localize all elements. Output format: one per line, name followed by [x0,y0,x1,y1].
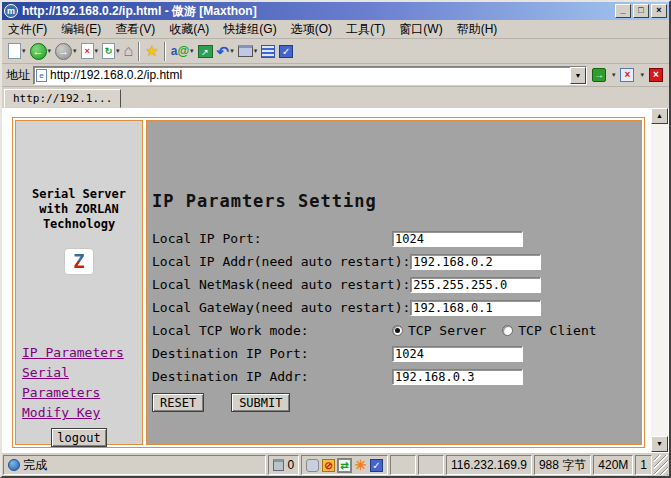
chevron-down-icon[interactable]: ▾ [48,47,52,55]
address-input[interactable]: e http://192.168.0.2/ip.html ▼ [33,66,587,85]
browser-window: m http://192.168.0.2/ip.html - 傲游 [Maxth… [0,0,671,478]
form-buttons: RESET SUBMIT [152,393,641,412]
capture-button[interactable]: ↗ [196,40,215,62]
field-label: Local IP Addr(need auto restart): [152,254,410,269]
scroll-down-icon[interactable]: ▼ [651,436,668,452]
trash-panel[interactable]: 0 [268,455,299,475]
destination-ip-addr-field[interactable] [392,369,523,385]
form-row-local-netmask: Local NetMask(need auto restart): [152,273,641,296]
tab-current-page[interactable]: http://192.1... [4,89,121,108]
zorlan-logo: Z [64,248,94,275]
undo-button[interactable]: ↶▾ [215,40,236,62]
status-bar: 完成 0 ⊘ ⇄ ✳ ✓ 116.232.169.9 988 字节 420M 1 [2,452,669,476]
tcp-server-radio[interactable] [392,325,403,336]
chevron-down-icon[interactable]: ▾ [190,47,194,55]
local-ip-port-field[interactable] [392,231,523,247]
trash-count: 0 [287,458,294,472]
field-label: Local GateWay(need auto restart): [152,300,410,315]
counter-panel: 1 [635,455,652,475]
sidebar-link-modify-key[interactable]: Modify Key [22,403,100,423]
settings-form: Local IP Port: Local IP Addr(need auto r… [152,227,641,412]
stop-button[interactable]: ×▾ [79,40,101,62]
menu-bar: 文件(F) 编辑(E) 查看(V) 收藏(A) 快捷组(G) 选项(O) 工具(… [2,20,669,39]
submit-button[interactable]: SUBMIT [231,393,290,412]
forward-button[interactable]: →▾ [53,40,79,62]
menu-window[interactable]: 窗口(W) [399,21,442,38]
local-gateway-field[interactable] [410,300,541,316]
close-tab-button[interactable]: × [647,66,665,85]
popup-block-icon: × [620,68,634,82]
maximize-button[interactable]: □ [633,4,649,18]
url-text[interactable]: http://192.168.0.2/ip.html [50,68,570,82]
form-fill-status-icon[interactable]: ✓ [370,459,383,472]
popup-block-button[interactable]: × [618,66,636,85]
destination-ip-port-field[interactable] [392,346,523,362]
list-icon [261,45,275,58]
status-text: 完成 [23,457,47,474]
new-page-button[interactable]: ▾ [6,40,28,62]
z-logo-icon: Z [73,252,84,271]
menu-help[interactable]: 帮助(H) [457,21,498,38]
list-button[interactable] [259,40,277,62]
sidebar-link-ip-parameters[interactable]: IP Parameters [22,343,124,363]
scroll-up-icon[interactable]: ▲ [651,108,668,124]
recycle-bin-icon [273,459,284,471]
menu-favorites[interactable]: 收藏(A) [169,21,209,38]
groups-icon: a@ [171,44,189,58]
local-netmask-field[interactable] [410,277,541,293]
filter-icon[interactable]: ✳ [354,459,367,472]
forward-icon: → [55,43,72,60]
reset-button[interactable]: RESET [152,393,204,412]
menu-view[interactable]: 查看(V) [115,21,155,38]
field-label: Destination IP Port: [152,346,392,361]
favorites-button[interactable]: ★ [143,40,160,62]
chevron-down-icon[interactable]: ▾ [22,47,26,55]
menu-groups[interactable]: 快捷组(G) [223,21,276,38]
form-fill-icon: ✓ [279,45,293,58]
form-row-local-ip-port: Local IP Port: [152,227,641,250]
proxy-icon[interactable]: ⇄ [338,459,351,472]
resize-grip[interactable] [654,455,668,475]
chevron-down-icon[interactable]: ▾ [95,47,99,55]
chevron-down-icon[interactable]: ▾ [230,47,234,55]
logout-button[interactable]: logout [51,428,107,447]
bytes-panel: 988 字节 [534,455,591,475]
field-label: Local TCP Work mode: [152,323,392,338]
menu-file[interactable]: 文件(F) [8,21,47,38]
memory-text: 420M [598,458,628,472]
form-fill-button[interactable]: ✓ [277,40,295,62]
minimize-button[interactable]: _ [615,4,631,18]
chevron-down-icon[interactable]: ▾ [116,47,120,55]
form-row-tcp-work-mode: Local TCP Work mode: TCP Server TCP Clie… [152,319,641,342]
chevron-down-icon[interactable]: ▾ [612,71,616,79]
back-button[interactable]: ←▾ [28,40,54,62]
page-icon: e [36,69,47,82]
tools-button[interactable]: ▾ [236,40,260,62]
go-button[interactable]: → [590,66,608,85]
chevron-down-icon[interactable]: ▾ [73,47,77,55]
title-bar: m http://192.168.0.2/ip.html - 傲游 [Maxth… [2,2,669,20]
toolbox-icon [238,45,253,57]
menu-options[interactable]: 选项(O) [291,21,332,38]
memory-panel: 420M [593,455,633,475]
close-button[interactable]: × [651,4,667,18]
local-ip-addr-field[interactable] [410,254,541,270]
menu-tools[interactable]: 工具(T) [346,21,385,38]
menu-edit[interactable]: 编辑(E) [61,21,101,38]
sidebar-link-serial-parameters[interactable]: Serial Parameters [22,363,142,403]
chevron-down-icon[interactable]: ▾ [640,71,644,79]
address-dropdown-button[interactable]: ▼ [570,67,586,84]
address-label: 地址 [6,67,30,84]
chevron-down-icon[interactable]: ▾ [254,47,258,55]
stop-icon: × [81,43,94,59]
hand-gesture-icon[interactable] [306,459,319,472]
vertical-scrollbar[interactable]: ▲ ▼ [651,108,668,452]
popup-blocker-icon[interactable]: ⊘ [322,459,335,472]
tab-bar: http://192.1... [2,87,669,108]
refresh-button[interactable]: ↻▾ [100,40,122,62]
tcp-client-radio[interactable] [502,325,513,336]
home-icon: ⌂ [124,43,134,59]
field-label: Destination IP Addr: [152,369,392,384]
groups-button[interactable]: a@▾ [169,40,196,62]
home-button[interactable]: ⌂ [122,40,136,62]
